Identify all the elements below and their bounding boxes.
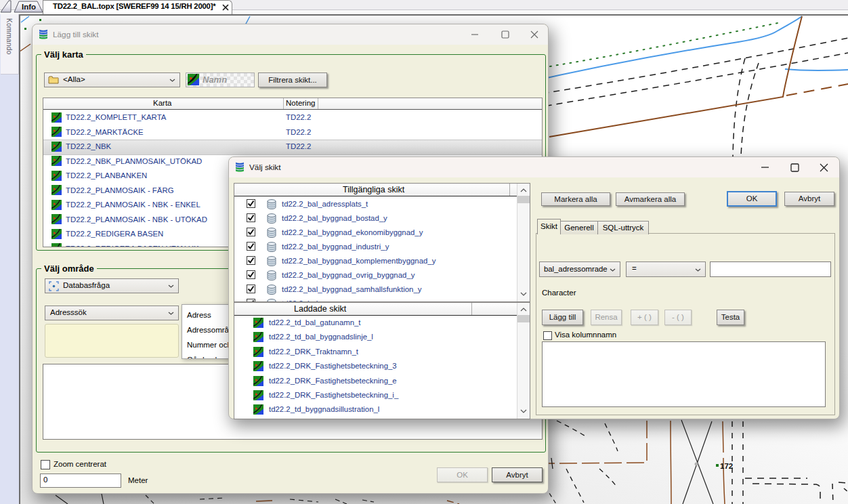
svg-text:Info: Info xyxy=(22,3,36,11)
svg-text:172: 172 xyxy=(720,462,733,470)
